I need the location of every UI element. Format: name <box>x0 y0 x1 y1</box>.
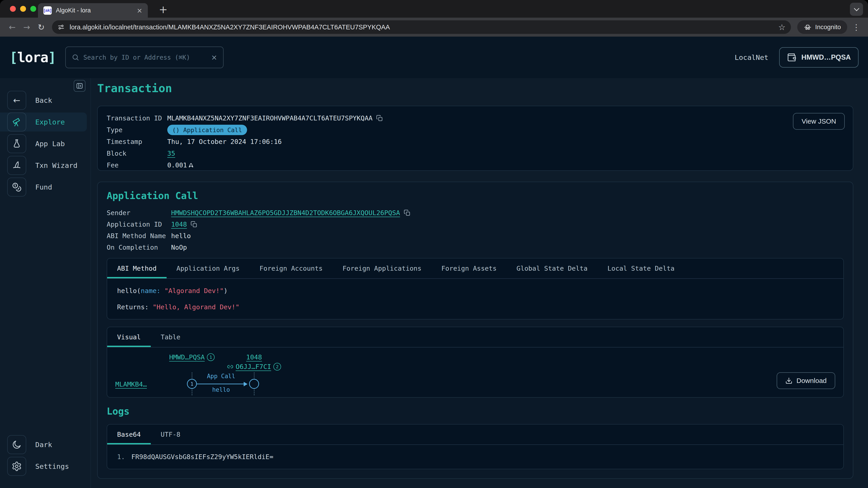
tab-foreign-assets[interactable]: Foreign Assets <box>432 258 506 278</box>
tab-title: AlgoKit - lora <box>56 7 133 14</box>
tab-search-button[interactable] <box>850 3 863 16</box>
field-label: Sender <box>107 209 171 217</box>
copy-icon[interactable] <box>404 209 410 216</box>
back-button[interactable]: ← <box>6 21 19 33</box>
search-icon <box>72 54 79 61</box>
app-header: [lora] × LocalNet HMWD…PQSA <box>0 37 868 78</box>
sidebar-item-label: Txn Wizard <box>35 161 78 169</box>
address-bar[interactable]: lora.algokit.io/localnet/transaction/MLA… <box>52 20 791 34</box>
tab-foreign-accounts[interactable]: Foreign Accounts <box>250 258 333 278</box>
app-account-number-badge: 2 <box>274 363 281 370</box>
sidebar-item-settings[interactable]: Settings <box>0 457 87 476</box>
tab-foreign-applications[interactable]: Foreign Applications <box>333 258 431 278</box>
logo-bracket-open: [ <box>9 50 17 65</box>
sidebar-item-fund[interactable]: Fund <box>0 177 87 197</box>
abi-method-value: hello <box>171 232 191 240</box>
sidebar-item-txn-wizard[interactable]: Txn Wizard <box>0 156 87 175</box>
graph-arrow-icon <box>244 382 248 386</box>
visual-table-tabs: Visual Table <box>107 327 843 348</box>
sidebar-item-label: Explore <box>35 118 65 126</box>
site-settings-icon[interactable] <box>57 24 65 31</box>
wallet-button[interactable]: HMWD…PQSA <box>779 47 859 68</box>
sidebar-item-back[interactable]: ← Back <box>0 91 87 110</box>
call-details-panel: ABI Method Application Args Foreign Acco… <box>107 258 844 320</box>
maximize-window-button[interactable] <box>30 6 36 12</box>
incognito-label: Incognito <box>815 24 841 31</box>
block-link[interactable]: 35 <box>167 150 175 157</box>
graph-transaction-link[interactable]: MLAMKB4… <box>115 381 147 388</box>
link-icon <box>227 363 233 370</box>
field-label: Block <box>107 150 167 157</box>
minimize-window-button[interactable] <box>20 6 26 12</box>
abi-method-row: ABI Method Name hello <box>107 232 844 239</box>
view-json-button[interactable]: View JSON <box>793 113 845 130</box>
logo-bracket-close: ] <box>48 50 56 65</box>
sidebar-item-label: Fund <box>35 183 52 191</box>
search-clear-icon[interactable]: × <box>211 53 217 62</box>
logo-text: lora <box>17 50 48 65</box>
field-label: Transaction ID <box>107 114 167 122</box>
sidebar-item-label: App Lab <box>35 140 65 148</box>
wallet-address-label: HMWD…PQSA <box>801 53 851 61</box>
tab-visual[interactable]: Visual <box>107 327 151 347</box>
sidebar: ← Back Explore App Lab <box>0 78 91 488</box>
sidebar-item-explore[interactable]: Explore <box>0 112 87 131</box>
search-bar[interactable]: × <box>65 46 223 68</box>
field-label: Fee <box>107 161 167 169</box>
close-tab-icon[interactable]: × <box>137 6 143 14</box>
tab-global-state-delta[interactable]: Global State Delta <box>506 258 597 278</box>
graph-account-link[interactable]: HMWD…PQSA <box>169 353 205 361</box>
bookmark-star-icon[interactable]: ☆ <box>778 23 785 32</box>
tab-base64[interactable]: Base64 <box>107 424 151 445</box>
sidebar-item-app-lab[interactable]: App Lab <box>0 134 87 153</box>
call-details-tabs: ABI Method Application Args Foreign Acco… <box>107 258 843 279</box>
graph-account-header: HMWD…PQSA 1 <box>169 353 215 361</box>
main-content: Transaction Transaction ID MLAMKB4ANXZ5N… <box>91 78 868 488</box>
log-entry: 1. FR98dQAUSGVsbG8sIEFsZ29yYW5kIERldiE= <box>107 445 843 469</box>
browser-window: [ak] AlgoKit - lora × + ← → ↻ lora.algok… <box>0 0 868 488</box>
lora-logo[interactable]: [lora] <box>9 50 56 65</box>
logs-panel: Base64 UTF-8 1. FR98dQAUSGVsbG8sIEFsZ29y… <box>107 424 844 469</box>
graph-edge-subtitle: hello <box>212 386 230 393</box>
tab-local-state-delta[interactable]: Local State Delta <box>597 258 684 278</box>
close-window-button[interactable] <box>10 6 16 12</box>
transaction-summary-card: Transaction ID MLAMKB4ANXZ5NA2XY7ZNF3EAI… <box>97 106 853 171</box>
timestamp-row: Timestamp Thu, 17 October 2024 17:06:16 <box>107 138 844 145</box>
back-arrow-icon: ← <box>7 91 26 110</box>
reload-button[interactable]: ↻ <box>35 21 48 33</box>
theme-toggle[interactable]: Dark <box>0 435 87 454</box>
graph-app-account-link[interactable]: O6JJ…F7CI <box>236 363 271 370</box>
browser-toolbar: ← → ↻ lora.algokit.io/localnet/transacti… <box>0 18 868 37</box>
forward-button[interactable]: → <box>20 21 33 33</box>
sidebar-collapse-button[interactable] <box>74 80 86 92</box>
tab-abi-method[interactable]: ABI Method <box>107 258 166 278</box>
transaction-id-row: Transaction ID MLAMKB4ANXZ5NA2XY7ZNF3EAI… <box>107 115 844 122</box>
type-badge: () Application Call <box>167 125 247 135</box>
sidebar-item-label: Back <box>35 96 52 104</box>
tab-utf8[interactable]: UTF-8 <box>151 424 190 445</box>
tab-table[interactable]: Table <box>151 327 190 347</box>
graph-target-node <box>249 379 259 389</box>
settings-label: Settings <box>35 462 69 470</box>
transaction-id-value: MLAMKB4ANXZ5NA2XY7ZNF3EAIROHVWPAB4A7CLT6… <box>167 114 373 122</box>
wallet-icon <box>787 53 796 62</box>
copy-icon[interactable] <box>191 221 197 228</box>
coins-icon <box>7 177 26 197</box>
abi-return-value: Returns: "Hello, Algorand Dev!" <box>117 303 833 311</box>
search-input[interactable] <box>84 54 207 61</box>
on-completion-value: NoOp <box>171 243 187 251</box>
download-button[interactable]: Download <box>777 372 835 389</box>
theme-label: Dark <box>35 441 52 449</box>
browser-tab[interactable]: [ak] AlgoKit - lora × <box>38 3 148 18</box>
browser-menu-button[interactable]: ⋮ <box>852 23 860 32</box>
graph-application-link[interactable]: 1048 <box>246 353 262 361</box>
new-tab-button[interactable]: + <box>157 3 169 16</box>
tab-application-args[interactable]: Application Args <box>166 258 250 278</box>
graph-edge-line <box>197 384 246 384</box>
timestamp-value: Thu, 17 October 2024 17:06:16 <box>167 138 282 145</box>
copy-icon[interactable] <box>376 115 383 122</box>
incognito-badge: Incognito <box>797 20 847 34</box>
application-id-link[interactable]: 1048 <box>171 221 187 228</box>
chevron-down-icon <box>854 6 859 11</box>
sender-link[interactable]: HMWDSHQCOPD2T36WBAHLAZ6PO5GDJJZBN4D2TODK… <box>171 209 400 217</box>
